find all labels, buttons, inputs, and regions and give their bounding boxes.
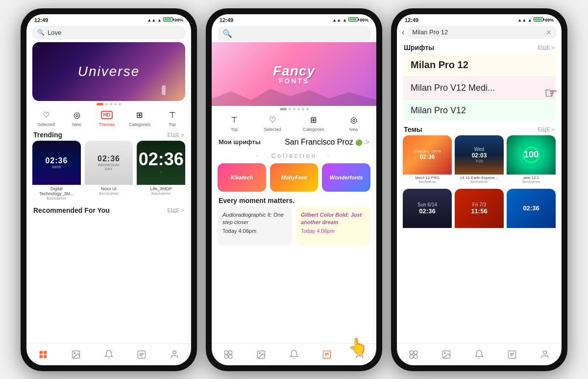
p2-bottom-person[interactable] — [351, 348, 368, 361]
themes-section-title: Темы — [404, 126, 422, 133]
theme-card-noxx[interactable]: 02:36 WEDNESDAY DAY Noxx Ui Бесплатно — [85, 141, 133, 201]
svg-rect-25 — [414, 354, 417, 358]
nav-icons-1: ♡ Selected ◎ New HD Themes ⊞ Categories … — [26, 107, 191, 128]
battery-pct-3: 99% — [545, 18, 554, 23]
p2-categories-icon: ⊞ — [306, 114, 321, 126]
fonts-more[interactable]: ЕЩЕ > — [538, 45, 555, 51]
status-bar-3: 12:49 ▲▲ ▲ 99% — [397, 14, 562, 24]
font-sample-audio-time: Today 4:06pm — [222, 228, 287, 234]
my-fonts-bar[interactable]: Мои шрифты San Francisco Proz 🟢 > — [212, 134, 376, 151]
svg-point-16 — [259, 352, 261, 354]
p2-nav-new[interactable]: ◎ New — [346, 114, 362, 132]
p3-bottom-gallery[interactable] — [438, 348, 455, 361]
back-arrow-3[interactable]: ‹ — [402, 28, 404, 37]
p2-bottom-text[interactable] — [318, 348, 336, 361]
p2-text-icon — [322, 350, 332, 359]
trending-more[interactable]: ЕЩЕ > — [168, 132, 184, 138]
svg-rect-0 — [39, 351, 43, 354]
search-bar-2[interactable]: 🔍 — [218, 26, 370, 41]
font-sample-gilbert-text: Gilbert Color Bold: Just another dream — [301, 211, 366, 227]
svg-point-27 — [444, 352, 446, 354]
bottom-gallery-icon — [71, 350, 81, 359]
theme-card-life[interactable]: 02:36 ↑ Life_3MDP Бесплатно — [137, 141, 185, 201]
themes-section-header: Темы ЕЩЕ > — [397, 122, 562, 135]
svg-rect-14 — [228, 354, 232, 358]
theme-meui[interactable]: Charging 100% 02:36 MeUi 12 PRO Бесплатн… — [403, 135, 452, 187]
search-bar-1[interactable]: 🔍 — [32, 26, 185, 39]
theme-blue[interactable]: 02:36 — [507, 189, 556, 240]
bottom-nav-text[interactable] — [133, 348, 150, 361]
dot2-5 — [302, 108, 304, 110]
nav-top[interactable]: ⊤ Top — [165, 109, 180, 127]
search-input-1[interactable] — [48, 29, 180, 36]
p3-bottom-themes[interactable] — [405, 348, 422, 361]
fonts-section-title: Шрифты — [404, 44, 434, 51]
recommended-more[interactable]: ЕЩЕ > — [168, 207, 184, 213]
themes-more[interactable]: ЕЩЕ > — [538, 126, 555, 132]
bottom-nav-themes[interactable] — [34, 348, 52, 361]
theme-red[interactable]: Fri 7/3 11:56 — [455, 189, 504, 240]
p2-themes-icon — [223, 350, 233, 359]
every-moment: Every moment matters. — [212, 194, 376, 206]
collection-text: Collection — [271, 152, 317, 159]
my-fonts-label: Мои шрифты — [219, 138, 261, 146]
wonder-card[interactable]: Wonderfonts — [322, 163, 370, 192]
theme-akki[interactable]: 100 akki 12.1 Бесплатно — [507, 135, 556, 187]
search-input-3[interactable]: Milan Pro 12 ✕ — [407, 26, 557, 39]
kika-card[interactable]: Kikatech — [218, 163, 266, 192]
font-result-milan3[interactable]: Milan Pro V12 — [403, 100, 556, 122]
search-icon: 🔍 — [37, 29, 45, 36]
p2-bottom-themes[interactable] — [220, 348, 237, 361]
p2-bottom-gallery[interactable] — [252, 348, 270, 361]
font-result-milan1-text: Milan Pro 12 — [411, 59, 468, 71]
theme-dark[interactable]: Sun 6/14 02:36 — [403, 189, 452, 240]
p2-nav-categories[interactable]: ⊞ Categories — [303, 114, 324, 132]
font-result-milan2[interactable]: Milan Pro V12 Medi... — [403, 77, 556, 100]
nav-themes[interactable]: HD Themes — [98, 109, 115, 127]
theme-card-digital[interactable]: 02:36 06/05 Digital Technology_3M... Бес… — [32, 141, 81, 201]
phone-1-screen: 12:49 ▲▲ ▲ 99% 🔍 Universe — [26, 14, 191, 365]
battery-pct: 99% — [174, 18, 183, 23]
p3-bottom-bell[interactable] — [470, 348, 488, 361]
p2-bottom-bell[interactable] — [285, 348, 303, 361]
theme-ui12-img: Wed 02:03 7/22 — [455, 135, 504, 175]
bottom-person-icon — [170, 350, 179, 359]
fancy-subtitle: FONTS — [273, 77, 315, 85]
bottom-nav-bell[interactable] — [100, 348, 118, 361]
p2-gallery-icon — [256, 350, 266, 359]
card-noxx-label: Noxx Ui — [85, 186, 133, 191]
status-bar-1: 12:49 ▲▲ ▲ 99% — [26, 14, 191, 24]
p3-bottom-text[interactable] — [503, 348, 521, 361]
font-result-milan1[interactable]: Milan Pro 12 — [403, 53, 556, 77]
moby-card[interactable]: MobyFont — [270, 163, 318, 192]
trending-row: 02:36 06/05 Digital Technology_3M... Бес… — [26, 141, 191, 201]
nav-categories[interactable]: ⊞ Categories — [129, 109, 150, 127]
themes-grid-row2: Sun 6/14 02:36 Fri 7/3 11:56 — [397, 187, 562, 240]
svg-point-32 — [543, 351, 547, 354]
p3-bottom-person[interactable] — [536, 348, 554, 361]
collection-dot-left: · — [256, 152, 260, 159]
search-input-2[interactable] — [235, 30, 366, 37]
nav-selected[interactable]: ♡ Selected — [37, 109, 54, 127]
p2-nav-top[interactable]: ⊤ Top — [226, 114, 242, 132]
nav-label-themes: Themes — [98, 122, 115, 127]
battery-icon-2 — [348, 17, 358, 23]
dot-3 — [110, 103, 112, 105]
p2-selected-icon: ♡ — [265, 114, 280, 126]
nav-label-top: Top — [169, 122, 176, 127]
search-clear-3[interactable]: ✕ — [546, 28, 552, 36]
theme-ui12[interactable]: Wed 02:03 7/22 UI 12 Earth Experie... Бе… — [455, 135, 504, 187]
dot2-active — [280, 108, 287, 110]
bottom-nav-person[interactable] — [166, 348, 183, 361]
nav-label-new: New — [72, 122, 81, 127]
wifi-icon: ▲ — [157, 18, 162, 23]
card-digital-sublabel: Бесплатно — [32, 196, 81, 201]
p2-nav-selected[interactable]: ♡ Selected — [264, 114, 281, 132]
bottom-nav-gallery[interactable] — [67, 348, 85, 361]
nav-label-categories: Categories — [129, 122, 150, 127]
dots-row-1 — [26, 103, 191, 105]
my-fonts-value: San Francisco Proz 🟢 > — [285, 138, 369, 147]
svg-rect-2 — [39, 354, 43, 358]
nav-new[interactable]: ◎ New — [69, 109, 85, 127]
my-fonts-dot: 🟢 — [355, 139, 363, 146]
